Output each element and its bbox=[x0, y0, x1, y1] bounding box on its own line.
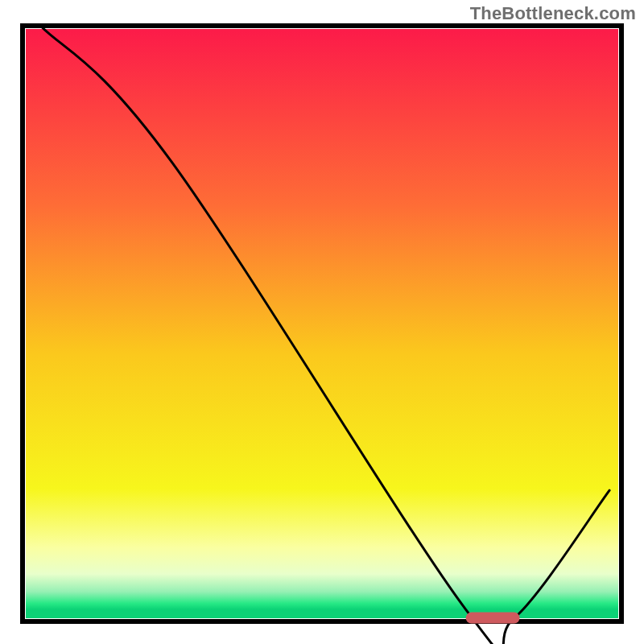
optimal-range-marker bbox=[466, 613, 520, 624]
chart-background bbox=[26, 29, 618, 618]
chart-stage: TheBottleneck.com bbox=[0, 0, 644, 644]
attribution-label: TheBottleneck.com bbox=[470, 3, 636, 24]
bottleneck-chart bbox=[0, 0, 644, 644]
